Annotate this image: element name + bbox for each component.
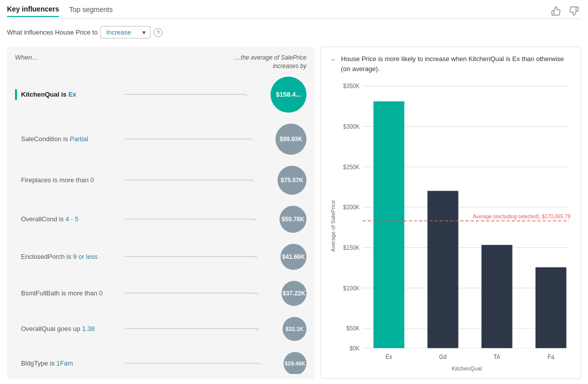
influencer-item[interactable]: EnclosedPorch is 9 or less → $41.66K	[15, 244, 306, 270]
svg-text:TA: TA	[494, 353, 500, 360]
svg-text:Average (excluding selected): : Average (excluding selected): $170,065.7…	[473, 213, 570, 219]
bar-gd[interactable]	[428, 191, 458, 348]
item-label: BldgType is 1Fam	[21, 359, 121, 367]
main-content: When... ....the average of SalePriceincr…	[7, 47, 581, 379]
influencer-item[interactable]: OverallCond is 4 - 5 → $50.78K	[15, 206, 306, 233]
connector-line: →	[125, 256, 276, 257]
when-label: When...	[15, 54, 38, 61]
svg-text:$250K: $250K	[343, 163, 360, 170]
connector-line: →	[125, 219, 276, 220]
svg-text:$100K: $100K	[343, 284, 360, 291]
chart-title: ← House Price is more likely to increase…	[330, 54, 572, 74]
svg-text:$150K: $150K	[343, 244, 360, 251]
question-prefix: What influences House Price to	[7, 29, 98, 36]
item-label: EnclosedPorch is 9 or less	[21, 253, 121, 260]
influencer-item[interactable]: SaleCondition is Partial → $99.93K	[15, 124, 306, 155]
connector-line: →	[125, 363, 280, 364]
item-label: SaleCondition is Partial	[21, 135, 121, 143]
value-bubble: $32.1K	[282, 317, 306, 341]
back-arrow-icon[interactable]: ←	[330, 55, 337, 65]
svg-text:$350K: $350K	[343, 83, 360, 89]
thumbs-down-button[interactable]	[567, 5, 581, 20]
y-axis-label: Average of SalePrice	[330, 81, 336, 371]
influencer-list: KitchenQual is Ex → $158.4... SaleCondit…	[7, 75, 314, 374]
value-bubble: $41.66K	[280, 244, 306, 270]
svg-text:$200K: $200K	[343, 204, 360, 210]
value-bubble: $158.4...	[270, 77, 306, 113]
right-panel: ← House Price is more likely to increase…	[320, 47, 581, 379]
bar-fa[interactable]	[536, 267, 566, 348]
increases-label: ....the average of SalePriceincreases by	[234, 54, 306, 71]
thumbs-up-button[interactable]	[549, 5, 563, 20]
value-bubble: $50.78K	[280, 206, 306, 233]
item-label: Fireplaces is more than 0	[21, 176, 121, 184]
tab-top-segments[interactable]: Top segments	[69, 6, 112, 17]
help-icon[interactable]: ?	[154, 28, 162, 37]
svg-text:Gd: Gd	[439, 353, 446, 360]
item-label: KitchenQual is Ex	[21, 91, 121, 98]
influencer-item[interactable]: BldgType is 1Fam → $29.46K	[15, 352, 306, 374]
connector-line: →	[125, 328, 278, 329]
question-row: What influences House Price to Increase …	[7, 26, 581, 39]
chart-grid: $350K $300K $250K $200K $150K $100K $50K…	[340, 81, 572, 364]
value-bubble: $99.93K	[276, 124, 306, 155]
influencer-item[interactable]: OverallQual goes up 1.38 → $32.1K	[15, 317, 306, 341]
left-panel: When... ....the average of SalePriceincr…	[7, 47, 314, 379]
tab-actions	[549, 5, 581, 20]
value-bubble: $75.07K	[278, 166, 306, 195]
connector-line: →	[125, 180, 274, 181]
tab-key-influencers[interactable]: Key influencers	[7, 5, 59, 17]
bar-ta[interactable]	[482, 245, 512, 348]
influencer-item[interactable]: Fireplaces is more than 0 → $75.07K	[15, 166, 306, 195]
x-axis-label: KitchenQual	[340, 365, 572, 371]
chart-title-text: House Price is more likely to increase w…	[341, 54, 572, 74]
svg-text:$300K: $300K	[343, 123, 360, 130]
bar-ex[interactable]	[374, 101, 404, 348]
connector-line: →	[125, 293, 278, 294]
svg-text:Ex: Ex	[386, 353, 392, 360]
influencer-item[interactable]: KitchenQual is Ex → $158.4...	[15, 77, 306, 113]
active-indicator	[15, 89, 17, 100]
chart-inner: $350K $300K $250K $200K $150K $100K $50K…	[340, 81, 572, 371]
influencer-item[interactable]: BsmtFullBath is more than 0 → $37.22K	[15, 281, 306, 306]
svg-text:$0K: $0K	[350, 344, 360, 351]
value-bubble: $29.46K	[284, 352, 306, 374]
chart-svg: $350K $300K $250K $200K $150K $100K $50K…	[340, 81, 572, 364]
influence-dropdown[interactable]: Increase Decrease	[100, 26, 150, 39]
item-label: OverallCond is 4 - 5	[21, 215, 121, 223]
connector-line: →	[125, 139, 272, 140]
svg-text:$50K: $50K	[346, 325, 360, 331]
connector-line: →	[125, 94, 266, 95]
chart-area: Average of SalePrice	[330, 81, 572, 371]
left-header: When... ....the average of SalePriceincr…	[7, 47, 314, 75]
item-label: BsmtFullBath is more than 0	[21, 289, 121, 297]
item-label: OverallQual goes up 1.38	[21, 325, 121, 332]
tab-bar: Key influencers Top segments	[7, 5, 581, 19]
influence-dropdown-wrapper: Increase Decrease ▼	[100, 26, 150, 39]
svg-text:Fa: Fa	[548, 353, 554, 360]
value-bubble: $37.22K	[282, 281, 306, 306]
